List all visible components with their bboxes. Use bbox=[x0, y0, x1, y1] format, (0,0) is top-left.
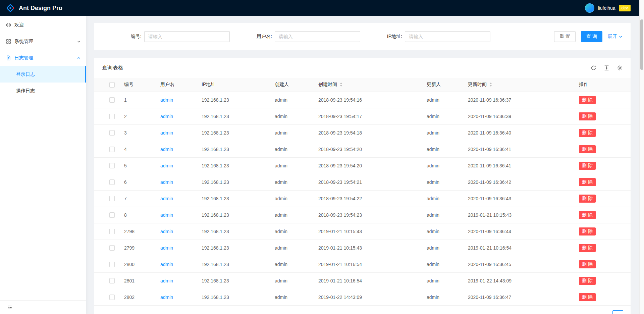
username-link[interactable]: admin bbox=[160, 196, 173, 201]
row-checkbox[interactable] bbox=[109, 196, 115, 201]
username[interactable]: liufeihua bbox=[598, 5, 615, 11]
cell-updated-time: 2020-11-09 16:36:47 bbox=[463, 289, 574, 305]
prev-page-button[interactable]: ‹ bbox=[599, 310, 610, 314]
menu-fold-icon[interactable] bbox=[7, 305, 12, 310]
select-cell bbox=[94, 157, 119, 174]
sidebar-item-welcome[interactable]: 欢迎 bbox=[0, 17, 86, 33]
sorter-icon[interactable] bbox=[489, 83, 492, 87]
reload-icon[interactable] bbox=[591, 65, 596, 71]
column-header-created[interactable]: 创建时间 bbox=[313, 78, 421, 92]
query-table: 编号 用户名 IP地址 创建人 创建时间 更新人 更新时间 bbox=[94, 78, 631, 306]
delete-button[interactable]: 删 除 bbox=[579, 227, 596, 235]
select-all-checkbox[interactable] bbox=[109, 82, 115, 88]
expand-link[interactable]: 展开 bbox=[608, 34, 623, 40]
username-link[interactable]: admin bbox=[160, 262, 173, 267]
select-cell bbox=[94, 240, 119, 256]
field-label: 用户名: bbox=[257, 34, 275, 40]
username-link[interactable]: admin bbox=[160, 130, 173, 136]
query-button[interactable]: 查 询 bbox=[581, 31, 602, 42]
delete-button[interactable]: 删 除 bbox=[579, 145, 596, 153]
sidebar-item-system[interactable]: 系统管理 bbox=[0, 33, 86, 50]
avatar[interactable] bbox=[585, 3, 594, 13]
column-header-updater: 更新人 bbox=[421, 78, 463, 92]
delete-button[interactable]: 删 除 bbox=[579, 260, 596, 268]
row-checkbox[interactable] bbox=[109, 262, 115, 267]
row-checkbox[interactable] bbox=[109, 245, 115, 251]
sidebar-item-operation-log[interactable]: 操作日志 bbox=[0, 83, 86, 99]
select-cell bbox=[94, 190, 119, 207]
current-page-button[interactable]: 1 bbox=[612, 310, 623, 314]
delete-button[interactable]: 删 除 bbox=[579, 293, 596, 301]
settings-gear-icon[interactable] bbox=[617, 65, 623, 71]
username-link[interactable]: admin bbox=[160, 212, 173, 218]
username-link[interactable]: admin bbox=[160, 114, 173, 119]
table-row: 1 admin 192.168.1.23 admin 2018-09-23 19… bbox=[94, 92, 631, 108]
pagination: ‹ 1 bbox=[94, 306, 631, 314]
row-checkbox[interactable] bbox=[109, 295, 115, 300]
row-checkbox[interactable] bbox=[109, 114, 115, 119]
cell-id: 2 bbox=[119, 108, 155, 124]
row-checkbox[interactable] bbox=[109, 212, 115, 218]
app-title: Ant Design Pro bbox=[19, 5, 62, 12]
cell-created-time: 2018-09-23 19:54:21 bbox=[313, 174, 421, 190]
delete-button[interactable]: 删 除 bbox=[579, 162, 596, 170]
reset-button[interactable]: 重 置 bbox=[554, 31, 576, 42]
vertical-scrollbar[interactable] bbox=[639, 0, 644, 314]
row-checkbox[interactable] bbox=[109, 147, 115, 152]
cell-ip: 192.168.1.23 bbox=[196, 141, 269, 157]
row-checkbox[interactable] bbox=[109, 229, 115, 234]
scrollbar-thumb[interactable] bbox=[640, 19, 643, 70]
column-header-creator: 创建人 bbox=[269, 78, 313, 92]
delete-button[interactable]: 删 除 bbox=[579, 277, 596, 285]
serial-input[interactable] bbox=[144, 31, 230, 42]
username-link[interactable]: admin bbox=[160, 163, 173, 168]
cell-id: 6 bbox=[119, 174, 155, 190]
sidebar-item-login-log[interactable]: 登录日志 bbox=[0, 66, 86, 83]
delete-button[interactable]: 删 除 bbox=[579, 244, 596, 252]
column-header-updated[interactable]: 更新时间 bbox=[463, 78, 574, 92]
username-link[interactable]: admin bbox=[160, 97, 173, 103]
header-right: liufeihua dev bbox=[585, 3, 631, 13]
cell-updater: admin bbox=[421, 272, 463, 289]
sidebar-item-logs[interactable]: 日志管理 bbox=[0, 50, 86, 66]
row-checkbox[interactable] bbox=[109, 130, 115, 136]
cell-created-time: 2019-01-21 10:15:43 bbox=[313, 223, 421, 240]
cell-id: 2801 bbox=[119, 272, 155, 289]
username-link[interactable]: admin bbox=[160, 147, 173, 152]
cell-username: admin bbox=[155, 124, 196, 141]
delete-button[interactable]: 删 除 bbox=[579, 211, 596, 219]
select-cell bbox=[94, 141, 119, 157]
username-link[interactable]: admin bbox=[160, 245, 173, 251]
cell-id: 2798 bbox=[119, 223, 155, 240]
username-link[interactable]: admin bbox=[160, 295, 173, 300]
cell-id: 1 bbox=[119, 92, 155, 108]
delete-button[interactable]: 删 除 bbox=[579, 96, 596, 104]
table-row: 3 admin 192.168.1.23 admin 2018-09-23 19… bbox=[94, 124, 631, 141]
table-row: 2 admin 192.168.1.23 admin 2018-09-23 19… bbox=[94, 108, 631, 124]
row-checkbox[interactable] bbox=[109, 278, 115, 283]
logo[interactable]: Ant Design Pro bbox=[5, 3, 62, 13]
cell-creator: admin bbox=[269, 124, 313, 141]
username-link[interactable]: admin bbox=[160, 179, 173, 185]
density-icon[interactable] bbox=[604, 65, 609, 71]
username-link[interactable]: admin bbox=[160, 229, 173, 234]
sorter-icon[interactable] bbox=[340, 83, 342, 87]
username-input[interactable] bbox=[275, 31, 360, 42]
row-checkbox[interactable] bbox=[109, 163, 115, 168]
delete-button[interactable]: 删 除 bbox=[579, 129, 596, 137]
ip-input[interactable] bbox=[405, 31, 490, 42]
delete-button[interactable]: 删 除 bbox=[579, 112, 596, 120]
select-all-cell bbox=[94, 78, 119, 92]
row-checkbox[interactable] bbox=[109, 97, 115, 103]
cell-creator: admin bbox=[269, 223, 313, 240]
cell-updater: admin bbox=[421, 174, 463, 190]
cell-username: admin bbox=[155, 289, 196, 305]
delete-button[interactable]: 删 除 bbox=[579, 178, 596, 186]
username-link[interactable]: admin bbox=[160, 278, 173, 283]
menu-label: 操作日志 bbox=[16, 88, 35, 94]
table-row: 2801 admin 192.168.1.23 admin 2019-01-21… bbox=[94, 272, 631, 289]
cell-id: 4 bbox=[119, 141, 155, 157]
row-checkbox[interactable] bbox=[109, 179, 115, 185]
cell-updater: admin bbox=[421, 207, 463, 223]
delete-button[interactable]: 删 除 bbox=[579, 195, 596, 203]
